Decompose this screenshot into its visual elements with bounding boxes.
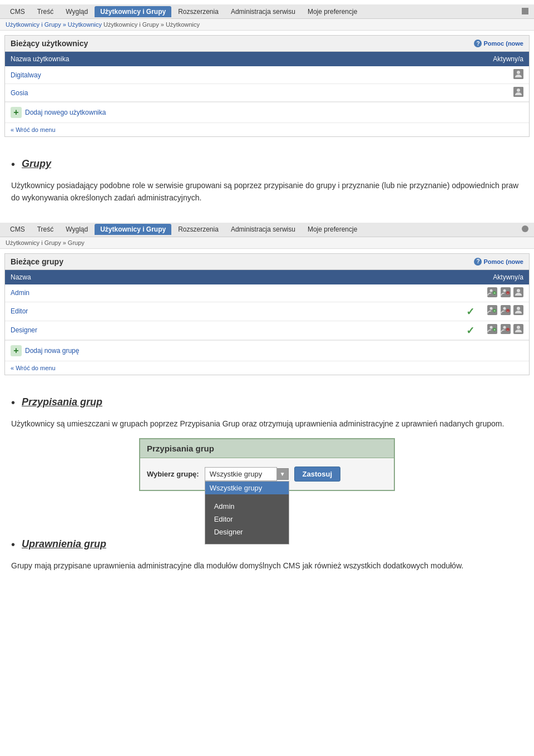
- user-active-gosia: [333, 84, 529, 102]
- dropdown-select[interactable]: Wszystkie grupy: [205, 467, 277, 481]
- cms-screenshot-1: CMS Treść Wygląd Użytkownicy i Grupy Roz…: [0, 4, 534, 137]
- col-active-2: Aktywny/a: [191, 270, 529, 284]
- user-link-digitalway[interactable]: Digitalway: [11, 71, 41, 79]
- nav-users-2[interactable]: Użytkownicy i Grupy: [95, 224, 171, 235]
- svg-point-7: [490, 289, 493, 292]
- dropdown-arrow[interactable]: ▼: [277, 468, 289, 480]
- help-link-1[interactable]: ? Pomoc (nowe: [474, 40, 523, 47]
- user-link-gosia[interactable]: Gosia: [11, 89, 28, 97]
- group-editor-name: Editor: [5, 302, 191, 321]
- przypisania-bullet-section: • Przypisania grup: [11, 396, 523, 409]
- nav-prefs-1[interactable]: Moje preferencje: [302, 6, 363, 17]
- groups-section-box: Bieżące grupy ? Pomoc (nowe Nazwa Aktywn…: [4, 253, 530, 375]
- svg-text:+: +: [493, 291, 496, 295]
- option-wszystkie[interactable]: Wszystkie grupy: [205, 482, 289, 494]
- zastosuj-button[interactable]: Zastosuj: [294, 467, 340, 482]
- dropdown-container: Wszystkie grupy ▼ Wszystkie grupy Admin …: [205, 467, 289, 481]
- help-text-1: Pomoc (nowe: [483, 40, 523, 47]
- svg-point-3: [517, 89, 520, 92]
- dropdown-dark-section: Admin Editor Designer: [205, 494, 289, 544]
- group-designer-name: Designer: [5, 321, 191, 340]
- nav-rozszerzenia-2[interactable]: Rozszerzenia: [172, 224, 224, 235]
- users-table-header-row: Nazwa użytkownika Aktywny/a: [5, 52, 529, 66]
- group-link-designer[interactable]: Designer: [11, 326, 37, 334]
- group-link-editor[interactable]: Editor: [11, 307, 28, 315]
- add-group-row: + Dodaj nowa grupę: [5, 340, 529, 361]
- przypisania-body: Użytkownicy są umieszczani w grupach pop…: [11, 418, 523, 430]
- back-link-2: « Wróć do menu: [5, 361, 529, 375]
- group-admin-name: Admin: [5, 284, 191, 302]
- svg-text:+: +: [13, 346, 18, 355]
- nav-cms-1[interactable]: CMS: [4, 6, 31, 17]
- svg-point-21: [503, 307, 506, 310]
- nav-admin-1[interactable]: Administracja serwisu: [225, 6, 301, 17]
- breadcrumb-link-1[interactable]: Użytkownicy i Grupy » Użytkownicy: [6, 21, 102, 28]
- bullet-dot-przypisania: •: [11, 396, 15, 409]
- svg-point-11: [503, 289, 506, 292]
- dropdown-trigger: Wszystkie grupy ▼: [205, 467, 289, 481]
- check-editor: ✓: [466, 306, 474, 317]
- group-designer-active: ✓ + -: [191, 321, 529, 340]
- add-user-link[interactable]: Dodaj nowego użytkownika: [25, 109, 106, 116]
- nav-right-2: [522, 225, 530, 233]
- svg-point-17: [490, 307, 493, 310]
- grupy-body: Użytkownicy posiadający podobne role w s…: [11, 179, 523, 204]
- group-admin-active: + -: [191, 284, 529, 302]
- nav-tresc-2[interactable]: Treść: [32, 224, 60, 235]
- help-icon-2: ?: [474, 258, 482, 266]
- svg-point-25: [517, 307, 520, 310]
- svg-text:+: +: [493, 309, 496, 313]
- nav-wyglad-2[interactable]: Wygląd: [60, 224, 93, 235]
- group-editor-active: ✓ + -: [191, 302, 529, 321]
- przypisania-panel-header: Przypisania grup: [140, 439, 394, 458]
- svg-point-35: [517, 326, 520, 329]
- nav-tresc-1[interactable]: Treść: [32, 6, 60, 17]
- dropdown-options-list: Wszystkie grupy Admin Editor Designer: [205, 481, 289, 544]
- uprawnienia-body: Grupy mają przypisane uprawnienia admini…: [11, 559, 523, 572]
- nav-users-1[interactable]: Użytkownicy i Grupy: [95, 6, 171, 17]
- col-username: Nazwa użytkownika: [5, 52, 333, 66]
- przypisania-panel: Przypisania grup Wybierz grupę: Wszystki…: [139, 438, 395, 491]
- option-editor[interactable]: Editor: [210, 513, 284, 526]
- user-active-digitalway: [333, 66, 529, 84]
- edit-icon-gosia[interactable]: [513, 87, 523, 97]
- nav-cms-2[interactable]: CMS: [4, 224, 31, 235]
- nav-bar-2: CMS Treść Wygląd Użytkownicy i Grupy Roz…: [0, 223, 534, 237]
- grupy-bullet-section: • Grupy: [11, 158, 523, 171]
- groups-table-header-row: Nazwa Aktywny/a: [5, 270, 529, 284]
- back-link-1: « Wróć do menu: [5, 122, 529, 136]
- user-name-gosia: Gosia: [5, 84, 333, 102]
- nav-bar-1: CMS Treść Wygląd Użytkownicy i Grupy Roz…: [0, 4, 534, 19]
- admin-icons: + -: [487, 291, 523, 299]
- table-row: Admin + -: [5, 284, 529, 302]
- table-row: Gosia: [5, 84, 529, 102]
- dropdown-selected-value: Wszystkie grupy: [210, 470, 263, 478]
- option-admin[interactable]: Admin: [210, 500, 284, 513]
- breadcrumb-1: Użytkownicy i Grupy » Użytkownicy Użytko…: [0, 19, 534, 31]
- groups-table: Nazwa Aktywny/a Admin + - Edi: [5, 270, 529, 340]
- back-link-anchor-1[interactable]: « Wróć do menu: [11, 126, 56, 133]
- nav-admin-2[interactable]: Administracja serwisu: [225, 224, 301, 235]
- bullet-dot-grupy: •: [11, 158, 15, 171]
- check-designer: ✓: [466, 325, 474, 336]
- users-section-title: Bieżący użytkownicy: [11, 39, 88, 48]
- nav-wyglad-1[interactable]: Wygląd: [60, 6, 93, 17]
- svg-point-31: [503, 326, 506, 328]
- nav-rozszerzenia-1[interactable]: Rozszerzenia: [172, 6, 224, 17]
- edit-icon-digitalway[interactable]: [513, 69, 523, 79]
- help-icon-1: ?: [474, 40, 482, 47]
- breadcrumb-2: Użytkownicy i Grupy » Grupy: [0, 237, 534, 249]
- help-text-2: Pomoc (nowe: [483, 258, 523, 265]
- add-user-icon: +: [11, 107, 22, 118]
- nav-prefs-2[interactable]: Moje preferencje: [302, 224, 363, 235]
- add-group-link[interactable]: Dodaj nowa grupę: [25, 347, 79, 355]
- option-designer[interactable]: Designer: [210, 526, 284, 538]
- groups-section-title: Bieżące grupy: [11, 257, 63, 266]
- group-link-admin[interactable]: Admin: [11, 289, 29, 297]
- add-group-icon: +: [11, 345, 22, 356]
- przypisania-content: • Przypisania grup Użytkownicy są umiesz…: [0, 380, 534, 505]
- table-row: Editor ✓ + -: [5, 302, 529, 321]
- svg-point-15: [517, 289, 520, 292]
- help-link-2[interactable]: ? Pomoc (nowe: [474, 258, 523, 266]
- back-link-anchor-2[interactable]: « Wróć do menu: [11, 365, 56, 371]
